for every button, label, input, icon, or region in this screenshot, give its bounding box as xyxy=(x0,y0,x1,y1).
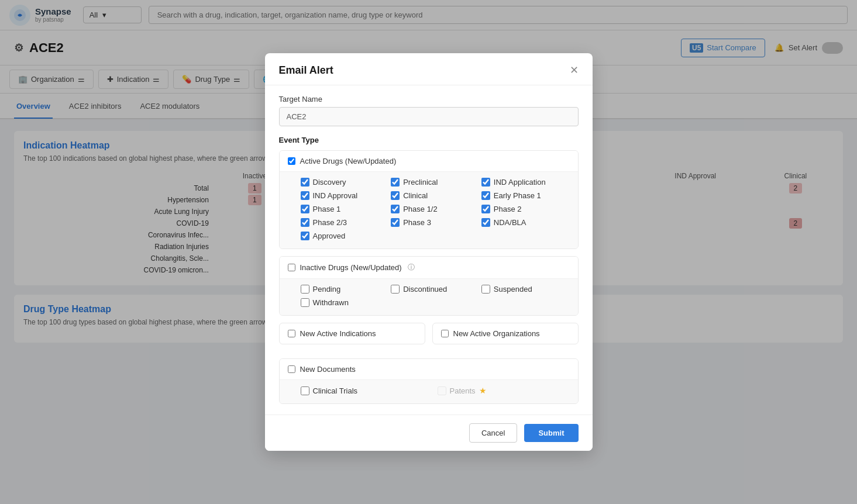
new-documents-checkbox[interactable] xyxy=(288,365,295,373)
phase3-label: Phase 3 xyxy=(403,218,431,227)
phase2-label: Phase 2 xyxy=(494,205,522,213)
premium-star-icon: ★ xyxy=(479,386,487,395)
active-drugs-header: Active Drugs (New/Updated) xyxy=(280,151,578,171)
new-active-indications-label: New Active Indications xyxy=(300,329,376,338)
new-documents-label: New Documents xyxy=(300,365,356,374)
inactive-drugs-section: Inactive Drugs (New/Updated) ⓘ Pending D… xyxy=(279,256,579,316)
cb-early-phase1: Early Phase 1 xyxy=(481,191,570,200)
new-active-organizations-label: New Active Organizations xyxy=(453,329,540,338)
cb-phase3: Phase 3 xyxy=(391,218,479,227)
preclinical-label: Preclinical xyxy=(403,178,438,187)
cb-clinical-trials: Clinical Trials xyxy=(301,386,433,395)
cb-phase1: Phase 1 xyxy=(301,205,389,213)
cb-phase1-2: Phase 1/2 xyxy=(391,205,479,213)
new-active-indications-item: New Active Indications xyxy=(279,323,425,344)
phase1-2-label: Phase 1/2 xyxy=(403,205,438,213)
cb-approved: Approved xyxy=(301,232,389,240)
active-drugs-section: Active Drugs (New/Updated) Discovery Pre… xyxy=(279,150,579,249)
cb-discovery: Discovery xyxy=(301,178,389,187)
new-documents-body: Clinical Trials Patents ★ xyxy=(280,379,578,403)
inactive-drugs-checkbox[interactable] xyxy=(288,264,295,271)
inactive-drugs-header: Inactive Drugs (New/Updated) ⓘ xyxy=(280,257,578,278)
cb-ind-application: IND Application xyxy=(481,178,570,187)
cb-withdrawn: Withdrawn xyxy=(301,298,389,307)
withdrawn-checkbox[interactable] xyxy=(301,298,309,307)
cb-suspended: Suspended xyxy=(481,285,570,294)
event-type-label: Event Type xyxy=(279,136,579,144)
patents-checkbox xyxy=(438,386,446,395)
discovery-checkbox[interactable] xyxy=(301,178,309,187)
standalone-checkboxes: New Active Indications New Active Organi… xyxy=(279,323,579,351)
email-alert-modal: Email Alert ✕ Target Name Event Type Act… xyxy=(265,53,593,451)
cb-phase2-3: Phase 2/3 xyxy=(301,218,389,227)
inactive-drugs-grid: Pending Discontinued Suspended xyxy=(301,285,570,307)
nda-bla-checkbox[interactable] xyxy=(481,218,490,227)
inactive-drugs-label: Inactive Drugs (New/Updated) xyxy=(300,263,402,272)
clinical-label: Clinical xyxy=(403,191,428,200)
phase1-2-checkbox[interactable] xyxy=(391,205,400,213)
modal-footer: Cancel Submit xyxy=(265,415,593,451)
ind-application-label: IND Application xyxy=(494,178,546,187)
nda-bla-label: NDA/BLA xyxy=(494,218,526,227)
phase3-checkbox[interactable] xyxy=(391,218,400,227)
pending-label: Pending xyxy=(313,285,341,294)
phase1-label: Phase 1 xyxy=(313,205,341,213)
clinical-trials-label: Clinical Trials xyxy=(313,386,358,395)
modal-title: Email Alert xyxy=(279,64,333,77)
patents-label: Patents xyxy=(450,386,476,395)
modal-backdrop: Email Alert ✕ Target Name Event Type Act… xyxy=(0,0,857,504)
early-phase1-checkbox[interactable] xyxy=(481,191,490,200)
discontinued-label: Discontinued xyxy=(403,285,447,294)
info-icon: ⓘ xyxy=(408,263,415,272)
target-name-label: Target Name xyxy=(279,95,579,103)
cb-nda-bla: NDA/BLA xyxy=(481,218,570,227)
phase2-3-label: Phase 2/3 xyxy=(313,218,347,227)
approved-label: Approved xyxy=(313,232,346,240)
suspended-checkbox[interactable] xyxy=(481,285,490,294)
cb-pending: Pending xyxy=(301,285,389,294)
new-active-organizations-item: New Active Organizations xyxy=(432,323,579,344)
suspended-label: Suspended xyxy=(494,285,532,294)
clinical-trials-checkbox[interactable] xyxy=(301,386,309,395)
active-drugs-grid: Discovery Preclinical IND Application xyxy=(301,178,570,240)
ind-approval-label: IND Approval xyxy=(313,191,358,200)
new-active-organizations-checkbox[interactable] xyxy=(441,330,449,337)
event-type-section: Event Type Active Drugs (New/Updated) Di… xyxy=(279,136,579,404)
ind-application-checkbox[interactable] xyxy=(481,178,490,187)
cb-phase2: Phase 2 xyxy=(481,205,570,213)
inactive-drugs-body: Pending Discontinued Suspended xyxy=(280,278,578,315)
new-documents-section: New Documents Clinical Trials Patents xyxy=(279,358,579,404)
new-documents-header: New Documents xyxy=(280,359,578,379)
early-phase1-label: Early Phase 1 xyxy=(494,191,541,200)
new-active-indications-checkbox[interactable] xyxy=(288,330,295,337)
cancel-button[interactable]: Cancel xyxy=(469,423,517,443)
submit-button[interactable]: Submit xyxy=(524,424,578,442)
discovery-label: Discovery xyxy=(313,178,346,187)
approved-checkbox[interactable] xyxy=(301,232,309,240)
cb-discontinued: Discontinued xyxy=(391,285,479,294)
cb-patents: Patents ★ xyxy=(438,386,570,395)
target-name-input[interactable] xyxy=(279,107,579,126)
clinical-checkbox[interactable] xyxy=(391,191,400,200)
cb-clinical: Clinical xyxy=(391,191,479,200)
active-drugs-body: Discovery Preclinical IND Application xyxy=(280,171,578,248)
active-drugs-label: Active Drugs (New/Updated) xyxy=(300,157,397,165)
active-drugs-checkbox[interactable] xyxy=(288,157,295,165)
preclinical-checkbox[interactable] xyxy=(391,178,400,187)
modal-header: Email Alert ✕ xyxy=(265,53,593,85)
cb-preclinical: Preclinical xyxy=(391,178,479,187)
target-name-field: Target Name xyxy=(279,95,579,126)
modal-close-button[interactable]: ✕ xyxy=(570,64,579,77)
phase2-3-checkbox[interactable] xyxy=(301,218,309,227)
phase2-checkbox[interactable] xyxy=(481,205,490,213)
pending-checkbox[interactable] xyxy=(301,285,309,294)
discontinued-checkbox[interactable] xyxy=(391,285,400,294)
withdrawn-label: Withdrawn xyxy=(313,298,349,307)
phase1-checkbox[interactable] xyxy=(301,205,309,213)
cb-ind-approval: IND Approval xyxy=(301,191,389,200)
documents-grid: Clinical Trials Patents ★ xyxy=(301,386,570,395)
modal-body: Target Name Event Type Active Drugs (New… xyxy=(265,85,593,415)
ind-approval-checkbox[interactable] xyxy=(301,191,309,200)
